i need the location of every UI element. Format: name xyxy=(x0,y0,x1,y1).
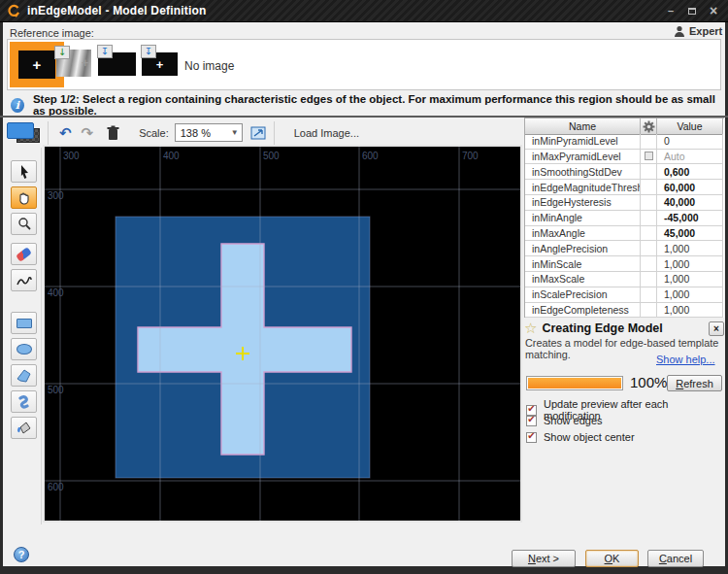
svg-text:600: 600 xyxy=(362,151,379,161)
close-button[interactable]: × xyxy=(707,5,720,17)
param-value[interactable]: 0 xyxy=(657,134,723,150)
plus-icon: + xyxy=(18,51,55,79)
image-canvas[interactable]: 300 400 500 600 700 300 400 500 600 xyxy=(43,145,522,523)
thumbnail-image: + xyxy=(18,51,55,79)
check-icon: ✔ xyxy=(527,415,535,424)
reference-image-label: Reference image: xyxy=(10,27,94,39)
svg-text:300: 300 xyxy=(63,151,80,161)
rectangle-icon xyxy=(17,319,32,328)
param-name[interactable]: inAnglePrecision xyxy=(525,241,641,256)
svg-text:700: 700 xyxy=(462,151,479,161)
checkbox-checked[interactable]: ✔ xyxy=(526,416,537,426)
select-tool-button[interactable] xyxy=(11,160,37,183)
info-icon: i xyxy=(11,98,24,113)
expert-label: Expert xyxy=(689,25,722,37)
freehand-line-tool-button[interactable] xyxy=(11,269,37,291)
param-value[interactable]: 1,000 xyxy=(657,241,723,256)
param-name[interactable]: inMinAngle xyxy=(525,211,641,226)
cancel-button[interactable]: Cancel xyxy=(647,550,704,567)
region-preview-icon[interactable] xyxy=(5,120,42,145)
redo-button[interactable]: ↷ xyxy=(77,124,99,142)
param-value[interactable]: 45,000 xyxy=(657,226,723,242)
scale-label: Scale: xyxy=(139,127,169,139)
param-name[interactable]: inEdgeHysteresis xyxy=(525,195,641,211)
option-show-object-center[interactable]: ✔ Show object center xyxy=(526,431,635,443)
svg-text:600: 600 xyxy=(48,482,64,492)
param-name[interactable]: inMaxAngle xyxy=(525,226,641,242)
param-value[interactable]: Auto xyxy=(657,150,723,165)
canvas-drawing: 300 400 500 600 700 300 400 500 600 xyxy=(45,147,520,521)
load-image-button[interactable]: Load Image... xyxy=(288,124,365,142)
paint-bucket-icon xyxy=(16,421,32,436)
param-name[interactable]: inMaxScale xyxy=(525,272,641,287)
svg-text:400: 400 xyxy=(48,287,64,298)
blue-region-rect xyxy=(7,122,34,139)
auto-checkbox[interactable] xyxy=(641,150,657,165)
fit-image-icon xyxy=(250,126,266,140)
model-definition-dialog: inEdgeModel - Model Definition – × Refer… xyxy=(0,0,728,574)
param-value[interactable]: 60,000 xyxy=(657,180,723,195)
chevron-down-icon: ▼ xyxy=(231,128,239,137)
param-value[interactable]: 0,600 xyxy=(657,164,723,180)
next-button[interactable]: Next > xyxy=(512,550,576,567)
minimize-button[interactable]: – xyxy=(664,5,678,17)
window-title: inEdgeModel - Model Definition xyxy=(27,4,207,17)
param-value[interactable]: 1,000 xyxy=(657,287,723,303)
param-name[interactable]: inMinScale xyxy=(525,256,641,272)
column-header-settings[interactable] xyxy=(641,118,657,135)
param-spacer xyxy=(641,241,657,256)
param-value[interactable]: -45,000 xyxy=(657,211,723,226)
hand-icon xyxy=(17,190,32,206)
step-instruction-bar: i Step 1/2: Select a region containing c… xyxy=(0,94,728,116)
checkbox-checked[interactable]: ✔ xyxy=(526,432,537,443)
param-name[interactable]: inEdgeMagnitudeThreshold xyxy=(525,180,641,195)
param-value[interactable]: 1,000 xyxy=(657,272,723,287)
ellipse-roi-tool-button[interactable] xyxy=(11,338,37,360)
param-spacer xyxy=(641,164,657,180)
window-frame-bottom xyxy=(0,566,728,574)
step-instruction-text: Step 1/2: Select a region containing cha… xyxy=(33,93,728,117)
refresh-button[interactable]: Refresh xyxy=(667,375,722,391)
fit-to-window-button[interactable] xyxy=(248,124,268,142)
param-spacer xyxy=(641,272,657,287)
param-name[interactable]: inEdgeCompleteness xyxy=(525,303,641,319)
zoom-tool-button[interactable] xyxy=(11,213,37,235)
ok-button[interactable]: OK xyxy=(585,550,639,567)
param-name[interactable]: inMaxPyramidLevel xyxy=(525,150,641,165)
param-name[interactable]: inScalePrecision xyxy=(525,287,641,303)
option-label: Show object center xyxy=(544,431,635,443)
eraser-icon xyxy=(16,247,32,262)
canvas-toolbar: ↶ ↷ Scale: 138 % ▼ Load Image... xyxy=(0,118,524,148)
pan-tool-button[interactable] xyxy=(11,186,37,209)
maximize-button[interactable] xyxy=(685,5,699,17)
param-value[interactable]: 1,000 xyxy=(657,256,723,272)
rectangle-roi-tool-button[interactable] xyxy=(11,312,37,334)
param-name[interactable]: inMinPyramidLevel xyxy=(525,134,641,150)
option-show-edges[interactable]: ✔ Show edges xyxy=(526,415,603,426)
freeform-roi-tool-button[interactable] xyxy=(11,390,37,413)
param-value[interactable]: 1,000 xyxy=(657,303,723,319)
param-spacer xyxy=(641,287,657,303)
help-button[interactable]: ? xyxy=(14,547,29,562)
app-logo-icon xyxy=(6,3,21,18)
eraser-tool-button[interactable] xyxy=(11,243,37,265)
param-value[interactable]: 40,000 xyxy=(657,195,723,211)
show-help-link[interactable]: Show help... xyxy=(656,354,715,365)
help-panel-close-button[interactable]: × xyxy=(709,321,724,336)
column-header-name[interactable]: Name xyxy=(525,118,641,135)
polygon-roi-tool-button[interactable] xyxy=(11,364,37,387)
delete-trash-button[interactable] xyxy=(102,125,125,141)
scale-combobox[interactable]: 138 % ▼ xyxy=(175,123,243,142)
help-panel-header: ☆ Creating Edge Model × xyxy=(524,320,724,337)
help-panel-title: Creating Edge Model xyxy=(542,321,662,335)
check-icon: ✔ xyxy=(527,404,535,414)
expert-mode-toggle[interactable]: Expert xyxy=(674,25,722,37)
param-spacer xyxy=(641,256,657,272)
polygon-icon xyxy=(16,368,32,384)
param-name[interactable]: inSmoothingStdDev xyxy=(525,164,641,180)
fill-roi-tool-button[interactable] xyxy=(11,417,37,439)
undo-button[interactable]: ↶ xyxy=(54,124,77,142)
column-header-value[interactable]: Value xyxy=(657,118,723,135)
svg-text:500: 500 xyxy=(263,151,280,161)
title-bar[interactable]: inEdgeModel - Model Definition – × xyxy=(0,0,728,22)
